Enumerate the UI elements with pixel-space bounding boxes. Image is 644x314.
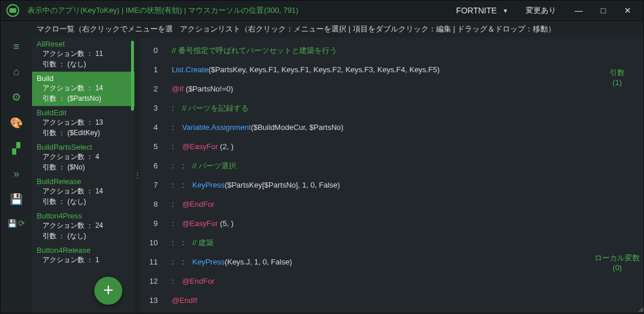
code-token: KeyPress [192,181,225,189]
indent-colon: : [182,238,185,247]
line-number: 4 [140,118,158,137]
code-line[interactable]: :@EasyFor (2, ) [172,137,591,156]
macro-item[interactable]: BuildEditアクション数 ： 13引数 ： ($EditKey) [32,106,135,140]
code-line[interactable]: @If ($PartsNo!=0) [172,79,591,98]
macro-list: AllResetアクション数 ： 11引数 ： (なし)Buildアクション数 … [32,37,135,313]
gear-icon[interactable]: ⚙ [9,91,23,104]
macro-name: AllReset [37,40,129,48]
layout-icon[interactable]: ▞ [9,142,23,155]
code-token: ($PartsNo!=0) [186,84,233,93]
profile-dropdown-icon[interactable]: ▼ [503,8,508,14]
code-line[interactable]: :Variable.Assignment($BuildModeCur, $Par… [172,118,591,137]
code-token: // パーツ選択 [192,161,236,170]
macro-action-count: アクション数 ： 14 [37,186,129,196]
code-token: List.Create [172,65,208,74]
expand-icon[interactable]: » [9,168,23,180]
profile-name[interactable]: FORTNITE [456,6,497,15]
code-token: ($PartsKey, Keys.F1, Keys.F1, Keys.F2, K… [208,65,440,74]
macro-action-count: アクション数 ： 1 [37,255,129,265]
code-line[interactable]: :@EndFor [172,195,591,214]
macro-name: Build [37,74,129,83]
line-number: 11 [140,252,158,271]
code-token: // 番号指定で呼ばれてパーツセットと建築を行う [172,46,337,55]
home-icon[interactable]: ⌂ [9,66,23,78]
code-line[interactable]: // 番号指定で呼ばれてパーツセットと建築を行う [172,41,591,60]
maximize-button[interactable]: □ [591,0,615,21]
macro-item[interactable]: AllResetアクション数 ： 11引数 ： (なし) [32,37,135,72]
save-reload-icon[interactable]: 💾⟳ [8,218,25,228]
line-number: 13 [140,291,158,310]
titlebar-status: 表示中のアプリ(KeyToKey) | IMEの状態(有効) | マウスカーソル… [27,5,298,16]
close-button[interactable]: ✕ [615,0,640,21]
code-token: (2, ) [220,142,233,151]
code-token: (Keys.J, 1, 0, False) [225,257,292,266]
titlebar: 表示中のアプリ(KeyToKey) | IMEの状態(有効) | マウスカーソル… [0,0,644,21]
code-token: @EasyFor [182,219,220,228]
macro-item[interactable]: BuildReleaseアクション数 ： 14引数 ： (なし) [32,175,135,209]
code-line[interactable]: :@EasyFor (5, ) [172,214,591,233]
code-line[interactable]: List.Create($PartsKey, Keys.F1, Keys.F1,… [172,60,591,79]
indent-colon: : [172,181,174,189]
subheader-right: アクションリスト（右クリック：メニューを選択 | 項目をダブルクリック：編集 |… [180,24,555,34]
subheader: マクロ一覧（右クリックでメニューを選 アクションリスト（右クリック：メニューを選… [0,21,644,37]
code-line[interactable]: ::KeyPress($PartsKey[$PartsNo], 1, 0, Fa… [172,175,591,195]
code-token: KeyPress [192,257,225,266]
code-token: ($PartsKey[$PartsNo], 1, 0, False) [225,181,340,189]
save-icon[interactable]: 💾 [9,193,23,206]
locals-label[interactable]: ローカル変数 [591,253,643,263]
code-token: @EndIf [172,296,197,305]
line-number: 6 [140,156,158,175]
line-number: 9 [140,214,158,233]
macro-action-count: アクション数 ： 13 [37,117,129,128]
args-label[interactable]: 引数 [610,68,625,78]
code-line[interactable]: ::// 建築 [172,233,591,252]
resize-grip-icon[interactable]: ◢ [638,305,643,313]
code-token: // 建築 [192,238,214,247]
code-token: Variable.Assignment [182,123,251,132]
indent-colon: : [182,257,185,266]
indent-colon: : [172,123,174,132]
changed-indicator: 変更あり [526,5,556,16]
macro-action-count: アクション数 ： 24 [37,220,129,231]
macro-action-count: アクション数 ： 14 [37,83,129,93]
code-token: // パーツを記録する [182,104,249,112]
line-number: 7 [140,175,158,195]
macro-scrollbar[interactable] [131,41,134,111]
args-count: (1) [613,78,622,87]
code-line[interactable]: :// パーツを記録する [172,98,591,118]
macro-name: Button4Press [37,211,129,220]
macro-item[interactable]: Button4Releaseアクション数 ： 1 [32,244,135,267]
code-line[interactable]: ::KeyPress(Keys.J, 1, 0, False) [172,252,591,271]
code-line[interactable]: @EndIf [172,291,591,310]
indent-colon: : [172,142,174,151]
indent-colon: : [172,200,174,209]
code-line[interactable]: :@EndFor [172,271,591,291]
macro-action-count: アクション数 ： 11 [37,48,129,59]
indent-colon: : [172,219,174,228]
locals-count: (0) [591,263,643,272]
indent-colon: : [172,257,174,266]
splitter-handle[interactable]: ⋮ [135,37,140,313]
minimize-button[interactable]: ― [567,0,591,21]
code-token: (5, ) [220,219,233,228]
macro-item[interactable]: BuildPartsSelectアクション数 ： 4引数 ： ($No) [32,140,135,175]
indent-colon: : [172,277,174,285]
code-line[interactable]: ::// パーツ選択 [172,156,591,175]
macro-args: 引数 ： (なし) [37,196,129,207]
indent-colon: : [172,238,174,247]
line-number: 12 [140,271,158,291]
add-macro-fab[interactable]: + [94,277,122,305]
nav-sidebar: ≡ ⌂ ⚙ 🎨 ▞ » 💾 💾⟳ [1,37,32,313]
code-body[interactable]: // 番号指定で呼ばれてパーツセットと建築を行うList.Create($Par… [164,37,591,313]
app-logo-icon [6,4,19,17]
macro-item[interactable]: Buildアクション数 ： 14引数 ： ($PartsNo) [32,72,135,106]
macro-item[interactable]: Button4Pressアクション数 ： 24引数 ： (なし) [32,209,135,244]
macro-args: 引数 ： ($EditKey) [37,128,129,138]
menu-icon[interactable]: ≡ [9,41,23,53]
code-area: 012345678910111213 // 番号指定で呼ばれてパーツセットと建築… [140,37,591,313]
main-area: ≡ ⌂ ⚙ 🎨 ▞ » 💾 💾⟳ AllResetアクション数 ： 11引数 ：… [0,37,644,313]
code-token: ($BuildModeCur, $PartsNo) [251,123,344,132]
line-number: 0 [140,41,158,60]
palette-icon[interactable]: 🎨 [9,117,23,129]
macro-args: 引数 ： ($PartsNo) [37,93,129,104]
